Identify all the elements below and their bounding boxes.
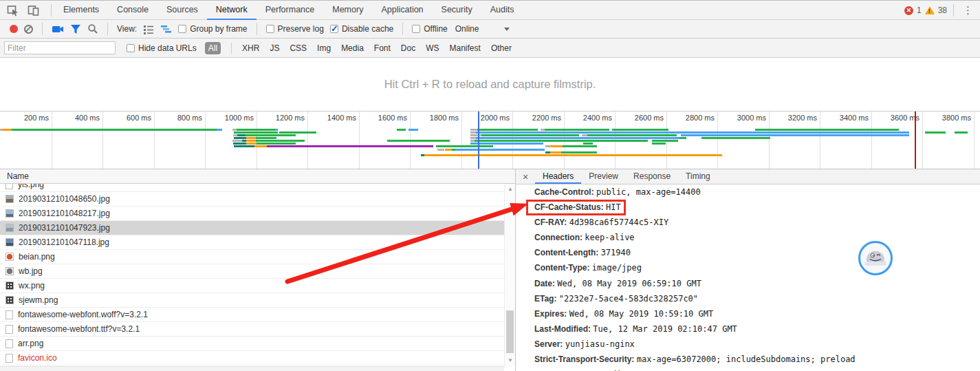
type-filter-all[interactable]: All (205, 42, 221, 54)
scroll-down-icon[interactable]: ▼ (505, 357, 516, 365)
preserve-log-checkbox[interactable]: Preserve log (266, 24, 324, 34)
timeline-tick-label: 2800 ms (669, 114, 715, 122)
error-icon[interactable]: ✕ (904, 6, 913, 15)
waterfall-bar (652, 140, 678, 142)
view-list-icon[interactable] (143, 24, 154, 34)
waterfall-bar (424, 154, 722, 156)
type-filter-media[interactable]: Media (341, 43, 364, 53)
checkbox-icon[interactable] (178, 25, 186, 33)
request-row-arr-png[interactable]: arr.png (0, 337, 504, 351)
hide-data-urls-checkbox[interactable]: Hide data URLs (127, 43, 197, 53)
waterfall-bar (254, 145, 267, 147)
group-by-frame-checkbox[interactable]: Group by frame (178, 24, 247, 34)
type-filter-manifest[interactable]: Manifest (450, 43, 481, 53)
type-filter-js[interactable]: JS (270, 43, 279, 53)
tab-sources[interactable]: Sources (157, 1, 207, 20)
error-count[interactable]: 1 (917, 6, 922, 15)
search-icon[interactable] (87, 23, 98, 34)
device-toolbar-icon[interactable] (26, 3, 41, 18)
timeline-tick-label: 2600 ms (618, 114, 664, 122)
waterfall-bar (232, 140, 242, 142)
request-row-20190312101047923-jpg[interactable]: 20190312101047923.jpg (0, 221, 504, 235)
type-filter-xhr[interactable]: XHR (242, 43, 259, 53)
image-thumbnail-icon (6, 253, 14, 261)
waterfall-bar (455, 149, 545, 151)
tab-performance[interactable]: Performance (257, 1, 324, 20)
chevron-down-icon[interactable] (504, 28, 510, 31)
header-value: Wed, 08 May 2019 10:59:10 GMT (569, 309, 714, 319)
request-row-wb-jpg[interactable]: wb.jpg (0, 264, 504, 279)
throttling-select[interactable]: Online (455, 24, 479, 34)
header-value: 4d398ca6f57744c5-XIY (569, 218, 669, 227)
type-filter-img[interactable]: Img (317, 43, 331, 53)
request-row-sjewm-png[interactable]: sjewm.png (0, 293, 504, 308)
tab-network[interactable]: Network (207, 1, 257, 20)
capture-screenshots-icon[interactable] (52, 23, 64, 35)
header-name: Date: (534, 279, 557, 288)
request-row-favicon-ico[interactable]: favicon.ico (0, 351, 504, 365)
request-row-yis-png[interactable]: yis.png (0, 184, 504, 192)
request-row-fontawesome-webfont-ttf-v-3-2-1[interactable]: fontawesome-webfont.ttf?v=3.2.1 (0, 322, 504, 337)
tab-console[interactable]: Console (108, 1, 157, 20)
request-row-20190312101047118-jpg[interactable]: 20190312101047118.jpg (0, 235, 504, 250)
filter-icon[interactable] (70, 24, 81, 34)
tab-security[interactable]: Security (433, 1, 481, 20)
header-name: Strict-Transport-Security: (534, 354, 637, 364)
devtools-main-toolbar: ElementsConsoleSourcesNetworkPerformance… (0, 1, 980, 20)
response-header-cf-ray: CF-RAY: 4d398ca6f57744c5-XIY (516, 215, 980, 230)
request-row-beian-png[interactable]: beian.png (0, 250, 504, 264)
checkbox-icon[interactable] (330, 25, 338, 33)
request-row-fontawesome-webfont-woff-v-3-2-1[interactable]: fontawesome-webfont.woff?v=3.2.1 (0, 308, 504, 322)
scroll-up-icon[interactable]: ▲ (505, 185, 516, 193)
image-thumbnail-icon (6, 267, 14, 275)
checkbox-icon[interactable] (127, 44, 135, 52)
requests-scrollbar[interactable]: ▲ ▼ (504, 184, 515, 366)
checkbox-icon[interactable] (266, 25, 274, 33)
details-tabs: HeadersPreviewResponseTiming (535, 169, 718, 184)
timeline-gridline (102, 112, 103, 169)
tab-elements[interactable]: Elements (54, 1, 108, 20)
filter-separator (231, 43, 232, 54)
header-name: Server: (534, 339, 565, 349)
checkbox-icon[interactable] (412, 25, 420, 33)
waterfall-bar (955, 131, 968, 134)
network-overview-timeline[interactable]: 200 ms400 ms600 ms800 ms1000 ms1200 ms14… (0, 112, 980, 169)
waterfall-bar (397, 129, 406, 131)
warning-icon[interactable] (925, 6, 935, 14)
view-label: View: (117, 24, 137, 34)
type-filter-font[interactable]: Font (374, 43, 391, 53)
waterfall-bar (234, 145, 254, 147)
request-row-20190312101048650-jpg[interactable]: 20190312101048650.jpg (0, 192, 504, 206)
type-filter-css[interactable]: CSS (290, 43, 307, 53)
more-options-icon[interactable]: ⋮ (960, 4, 976, 17)
record-network-log-button[interactable] (10, 25, 18, 33)
tab-audits[interactable]: Audits (481, 1, 523, 20)
filter-input[interactable] (4, 41, 116, 54)
request-row-wx-png[interactable]: wx.png (0, 279, 504, 293)
warning-count[interactable]: 38 (938, 6, 947, 15)
details-tab-response[interactable]: Response (626, 169, 678, 184)
timeline-tick-label: 1600 ms (362, 114, 407, 122)
request-row-20190312101048217-jpg[interactable]: 20190312101048217.jpg (0, 206, 504, 221)
header-value: Tue, 12 Mar 2019 02:10:47 GMT (593, 324, 737, 334)
scrollbar-thumb[interactable] (506, 310, 514, 353)
details-tab-preview[interactable]: Preview (581, 169, 626, 184)
waterfall-bar (237, 134, 246, 136)
close-icon[interactable]: × (516, 169, 535, 184)
waterfall-bar (387, 140, 450, 142)
chat-mascot-widget[interactable] (858, 240, 893, 276)
inspect-element-icon[interactable] (6, 3, 21, 18)
view-waterfall-icon[interactable] (160, 24, 172, 34)
offline-checkbox[interactable]: Offline (412, 24, 447, 34)
type-filter-other[interactable]: Other (491, 43, 512, 53)
disable-cache-checkbox[interactable]: Disable cache (330, 24, 393, 34)
timeline-gridline (461, 112, 462, 169)
name-column-header[interactable]: Name (0, 169, 515, 184)
details-tab-timing[interactable]: Timing (678, 169, 718, 184)
type-filter-doc[interactable]: Doc (401, 43, 415, 53)
type-filter-ws[interactable]: WS (426, 43, 439, 53)
details-tab-headers[interactable]: Headers (535, 169, 581, 184)
tab-application[interactable]: Application (372, 1, 432, 20)
clear-icon[interactable] (24, 25, 33, 34)
tab-memory[interactable]: Memory (323, 1, 372, 20)
